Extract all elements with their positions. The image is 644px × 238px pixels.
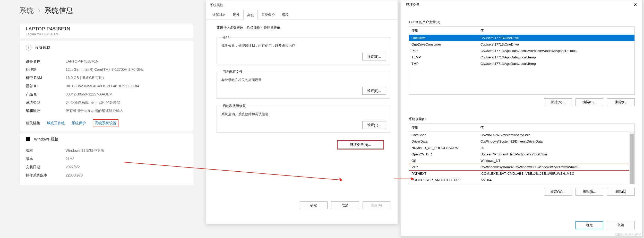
table-row[interactable]: TMPC:\Users\17713\AppData\Local\Temp bbox=[409, 60, 634, 67]
apply-button[interactable]: 应用(A) bbox=[363, 201, 390, 209]
startup-fieldset: 启动和故障恢复 系统启动、系统故障和调试信息 设置(T)... bbox=[217, 104, 390, 133]
column-header-name[interactable]: 变量 bbox=[409, 27, 478, 34]
var-value: AMD64 bbox=[478, 177, 634, 183]
spec-value: 没有可用于此显示器的笔或触控输入 bbox=[66, 109, 123, 113]
breadcrumb-current: 系统信息 bbox=[44, 6, 73, 15]
table-row[interactable]: PathC:\Users\17713\AppData\Local\Microso… bbox=[409, 48, 634, 54]
column-header-name[interactable]: 变量 bbox=[409, 124, 478, 131]
tab-system-protection[interactable]: 系统保护 bbox=[258, 10, 278, 20]
admin-note: 要进行大多数更改，你必须作为管理员登录。 bbox=[217, 25, 390, 30]
column-header-value[interactable]: 值 bbox=[478, 124, 634, 131]
table-row[interactable]: PathC:\Windows\system32;C:\Windows;C:\Wi… bbox=[409, 164, 634, 170]
ok-button[interactable]: 确定 bbox=[300, 201, 328, 209]
breadcrumb: 系统 › 系统信息 bbox=[0, 0, 212, 21]
performance-desc: 视觉效果，处理器计划，内存使用，以及虚拟内存 bbox=[221, 43, 386, 48]
system-properties-dialog: 系统属性 计算机名 硬件 高级 系统保护 远程 要进行大多数更改，你必须作为管理… bbox=[206, 0, 398, 224]
table-row[interactable]: DriverDataC:\Windows\System32\Drivers\Dr… bbox=[409, 138, 634, 145]
delete-user-var-button[interactable]: 删除(D) bbox=[607, 98, 635, 106]
breadcrumb-root[interactable]: 系统 bbox=[19, 6, 34, 15]
info-icon: i bbox=[26, 45, 31, 50]
new-user-var-button[interactable]: 新建(N)... bbox=[544, 98, 572, 106]
table-row[interactable]: OSWindows_NT bbox=[409, 157, 634, 164]
spec-value: 21H2 bbox=[66, 157, 74, 161]
ok-button[interactable]: 确定 bbox=[576, 221, 603, 229]
var-name: OneDrive bbox=[409, 35, 478, 41]
spec-value: LAPTOP-P48JBF1N bbox=[66, 59, 98, 64]
profiles-legend: 用户配置文件 bbox=[221, 69, 244, 74]
spec-value: 22000.978 bbox=[66, 173, 83, 178]
spec-row: 设备 IDB61B3B52-0399-4C49-812D-4BDD600F1F8… bbox=[26, 84, 187, 89]
spec-value: Windows 11 家庭中文版 bbox=[66, 148, 104, 153]
tab-computer-name[interactable]: 计算机名 bbox=[209, 10, 229, 20]
table-row[interactable]: NUMBER_OF_PROCESSORS20 bbox=[409, 145, 634, 151]
device-name: LAPTOP-P48JBF1N bbox=[26, 26, 187, 32]
spec-value: 00342-30569-32157-AAOEM bbox=[66, 92, 112, 97]
close-icon[interactable]: ✕ bbox=[631, 1, 639, 9]
var-value: C:\WINDOWS\system32\cmd.exe bbox=[478, 132, 634, 138]
var-name: PATHEXT bbox=[409, 170, 478, 177]
column-header-value[interactable]: 值 bbox=[478, 27, 634, 34]
spec-value: B61B3B52-0399-4C49-812D-4BDD600F1F84 bbox=[66, 84, 139, 89]
var-name: OneDriveConsumer bbox=[409, 41, 478, 48]
var-name: OS bbox=[409, 157, 478, 164]
link-advanced-system-settings[interactable]: 高级系统设置 bbox=[93, 119, 118, 127]
specs-header: 设备规格 bbox=[35, 45, 50, 50]
startup-settings-button[interactable]: 设置(T)... bbox=[362, 121, 386, 129]
performance-settings-button[interactable]: 设置(S)... bbox=[362, 53, 386, 60]
var-name: OpenCV_DIR bbox=[409, 151, 478, 157]
link-domain[interactable]: 域或工作组 bbox=[47, 121, 65, 126]
var-value: C:\Users\17713\AppData\Local\Microsoft\W… bbox=[478, 48, 634, 54]
tab-hardware[interactable]: 硬件 bbox=[229, 10, 243, 20]
var-value: C:\Users\17713\AppData\Local\Temp bbox=[478, 60, 634, 67]
scrollbar[interactable] bbox=[629, 131, 634, 184]
spec-value: 64 位操作系统, 基于 x64 的处理器 bbox=[66, 100, 120, 105]
windows-icon bbox=[26, 137, 30, 142]
scroll-thumb[interactable] bbox=[630, 134, 634, 184]
system-vars-label: 系统变量(S) bbox=[409, 117, 635, 121]
user-vars-table[interactable]: 变量 值 OneDriveC:\Users\17713\OneDriveOneD… bbox=[409, 27, 635, 95]
spec-label: 版本 bbox=[26, 157, 66, 161]
startup-legend: 启动和故障恢复 bbox=[221, 104, 247, 108]
spec-label: 机带 RAM bbox=[26, 76, 66, 80]
spec-row: 系统类型64 位操作系统, 基于 x64 的处理器 bbox=[26, 100, 187, 105]
var-name: TMP bbox=[409, 60, 478, 67]
spec-label: 操作系统版本 bbox=[26, 173, 66, 178]
table-row[interactable]: OneDriveConsumerC:\Users\17713\OneDrive bbox=[409, 41, 634, 48]
table-row[interactable]: PROCESSOR_ARCHITECTUREAMD64 bbox=[409, 177, 634, 183]
var-name: ComSpec bbox=[409, 132, 478, 138]
var-value: C:\Users\17713\OneDrive bbox=[478, 35, 634, 41]
spec-label: 设备名称 bbox=[26, 59, 66, 64]
var-value: Windows_NT bbox=[478, 157, 634, 164]
table-row[interactable]: OpenCV_DIRD:\Learn\Program\ThirdPart\ope… bbox=[409, 151, 634, 157]
spec-label: 系统类型 bbox=[26, 100, 66, 105]
edit-sys-var-button[interactable]: 编辑(I)... bbox=[576, 188, 603, 196]
system-vars-table[interactable]: 变量 值 ComSpecC:\WINDOWS\system32\cmd.exeD… bbox=[409, 124, 635, 184]
spec-value: 12th Gen Intel(R) Core(TM) i7-12700H 2.7… bbox=[66, 67, 144, 72]
table-row[interactable]: ComSpecC:\WINDOWS\system32\cmd.exe bbox=[409, 132, 634, 138]
link-system-protection[interactable]: 系统保护 bbox=[72, 121, 86, 126]
tab-remote[interactable]: 远程 bbox=[278, 10, 292, 20]
edit-user-var-button[interactable]: 编辑(E)... bbox=[576, 98, 603, 106]
related-links-label: 相关链接 bbox=[26, 121, 40, 126]
tabs: 计算机名 硬件 高级 系统保护 远程 bbox=[206, 10, 398, 20]
cancel-button[interactable]: 取消 bbox=[331, 201, 359, 209]
delete-sys-var-button[interactable]: 删除(L) bbox=[607, 188, 635, 196]
table-row[interactable]: PATHEXT.COM;.EXE;.BAT;.CMD;.VBS;.VBE;.JS… bbox=[409, 170, 634, 177]
spec-label: 处理器 bbox=[26, 67, 66, 72]
cancel-button[interactable]: 取消 bbox=[607, 221, 635, 229]
tab-advanced[interactable]: 高级 bbox=[243, 10, 258, 20]
profiles-fieldset: 用户配置文件 与登录帐户相关的桌面设置 设置(E)... bbox=[217, 69, 390, 99]
startup-desc: 系统启动、系统故障和调试信息 bbox=[221, 112, 386, 117]
new-sys-var-button[interactable]: 新建(W)... bbox=[544, 188, 572, 196]
environment-variables-button[interactable]: 环境变量(N)... bbox=[338, 141, 383, 149]
table-row[interactable]: OneDriveC:\Users\17713\OneDrive bbox=[409, 35, 634, 41]
dialog-title: 环境变量 bbox=[406, 3, 419, 7]
table-row[interactable]: TEMPC:\Users\17713\AppData\Local\Temp bbox=[409, 54, 634, 60]
spec-row: 设备名称LAPTOP-P48JBF1N bbox=[26, 59, 187, 64]
performance-legend: 性能 bbox=[221, 35, 230, 40]
svg-line-0 bbox=[124, 162, 342, 180]
spec-value: 2022/6/2 bbox=[66, 165, 80, 170]
var-value: .COM;.EXE;.BAT;.CMD;.VBS;.VBE;.JS;.JSE;.… bbox=[478, 170, 634, 177]
profiles-settings-button[interactable]: 设置(E)... bbox=[362, 87, 386, 95]
var-name: PROCESSOR_ARCHITECTURE bbox=[409, 177, 478, 183]
